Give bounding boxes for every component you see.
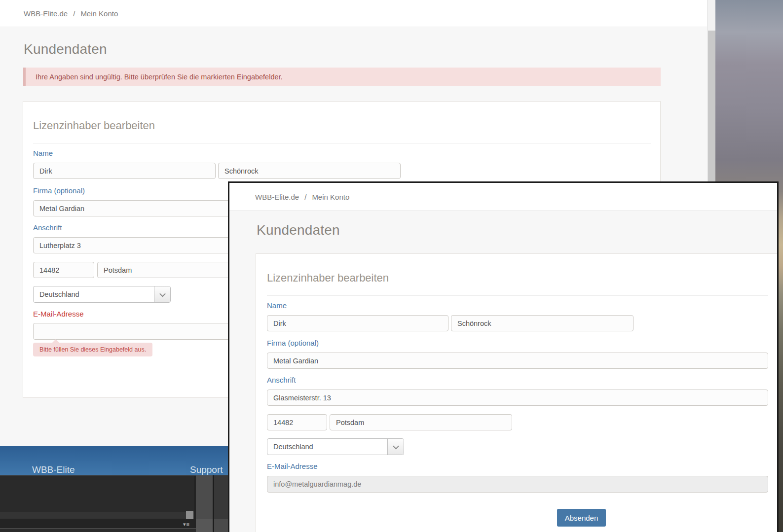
breadcrumb: WBB-Elite.de / Mein Konto	[255, 183, 349, 211]
street-input[interactable]	[267, 390, 768, 406]
breadcrumb-site-link[interactable]: WBB-Elite.de	[24, 9, 68, 18]
breadcrumb-current-page: Mein Konto	[312, 193, 349, 201]
footer-support-link[interactable]: Support	[190, 464, 223, 475]
heading-divider	[33, 143, 651, 143]
tooltip-arrow	[52, 339, 60, 343]
address-label: Anschrift	[33, 223, 62, 232]
dark-app-bottom-strip	[0, 528, 228, 532]
address-label: Anschrift	[267, 376, 296, 384]
company-input[interactable]	[267, 353, 768, 369]
email-validation-tooltip: Bitte füllen Sie dieses Eingabefeld aus.	[33, 343, 152, 356]
top-navigation-bar: WBB-Elite.de / Mein Konto	[0, 0, 707, 27]
license-holder-panel: Lizenzinhaber bearbeiten Name Firma (opt…	[256, 253, 777, 532]
email-label-invalid: E-Mail-Adresse	[33, 310, 84, 318]
email-label: E-Mail-Adresse	[267, 462, 318, 470]
email-input-readonly[interactable]	[267, 476, 768, 493]
country-select-value: Deutschland	[34, 290, 154, 298]
menu-icon[interactable]: ▾≡	[183, 521, 190, 528]
zip-input[interactable]	[267, 414, 327, 430]
last-name-input[interactable]	[451, 315, 634, 331]
country-select-arrow-button[interactable]	[154, 286, 170, 302]
city-input[interactable]	[330, 414, 512, 430]
panel-heading: Lizenzinhaber bearbeiten	[33, 119, 155, 132]
dark-app-inner-panel	[0, 476, 194, 512]
breadcrumb-separator: /	[73, 9, 75, 18]
tooltip-text: Bitte füllen Sie dieses Eingabefeld aus.	[39, 346, 146, 353]
company-label: Firma (optional)	[33, 186, 85, 195]
country-select[interactable]: Deutschland	[33, 286, 171, 303]
form-error-banner: Ihre Angaben sind ungültig. Bitte überpr…	[23, 68, 661, 86]
dark-app-side-column-block	[214, 519, 228, 532]
breadcrumb-site-link[interactable]: WBB-Elite.de	[255, 193, 299, 201]
dark-app-lower-panel	[0, 519, 194, 528]
breadcrumb: WBB-Elite.de / Mein Konto	[24, 0, 118, 27]
panel-heading: Lizenzinhaber bearbeiten	[267, 272, 389, 284]
country-select[interactable]: Deutschland	[267, 438, 404, 455]
first-name-input[interactable]	[33, 163, 216, 179]
overlay-top-navigation-bar: WBB-Elite.de / Mein Konto	[229, 183, 777, 211]
dark-app-top-edge	[0, 475, 228, 476]
dark-application-window: ▾≡	[0, 475, 228, 532]
country-select-value: Deutschland	[267, 443, 387, 451]
name-label: Name	[33, 149, 53, 157]
submit-button[interactable]: Absenden	[557, 509, 606, 527]
page-title: Kundendaten	[24, 41, 107, 57]
overlay-window: WBB-Elite.de / Mein Konto Kundendaten Li…	[228, 181, 779, 532]
country-select-arrow-button[interactable]	[387, 439, 404, 455]
chevron-down-icon	[159, 290, 166, 297]
form-error-text: Ihre Angaben sind ungültig. Bitte überpr…	[36, 73, 283, 81]
heading-divider	[267, 295, 768, 296]
first-name-input[interactable]	[267, 315, 448, 331]
zip-input[interactable]	[33, 262, 94, 278]
footer-brand-link[interactable]: WBB-Elite	[32, 464, 75, 475]
dark-app-scroll-column-block	[196, 519, 213, 532]
company-label: Firma (optional)	[267, 339, 319, 347]
name-label: Name	[267, 301, 287, 310]
breadcrumb-current-page: Mein Konto	[80, 9, 118, 18]
dark-app-band	[0, 512, 194, 519]
chevron-down-icon	[393, 443, 399, 449]
dark-app-scrollbar-thumb[interactable]	[186, 511, 193, 519]
last-name-input[interactable]	[218, 163, 401, 179]
page-title: Kundendaten	[257, 222, 340, 238]
breadcrumb-separator: /	[304, 193, 306, 201]
